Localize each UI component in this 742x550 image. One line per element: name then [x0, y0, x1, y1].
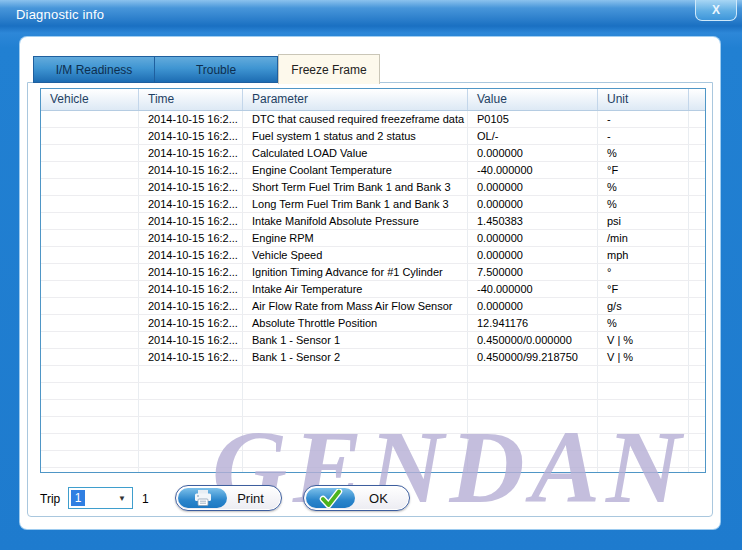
table-row[interactable]: 2014-10-15 16:2...Ignition Timing Advanc… — [41, 264, 705, 281]
cell: Calculated LOAD Value — [243, 145, 468, 161]
table-row[interactable]: 2014-10-15 16:2...Bank 1 - Sensor 10.450… — [41, 332, 705, 349]
cell — [468, 417, 598, 433]
cell: Ignition Timing Advance for #1 Cylinder — [243, 264, 468, 280]
close-button[interactable]: X — [695, 0, 737, 21]
cell — [689, 451, 705, 467]
cell — [689, 281, 705, 297]
column-header-parameter[interactable]: Parameter — [243, 89, 468, 110]
cell — [41, 434, 139, 450]
table-row-empty — [41, 434, 705, 451]
cell — [689, 366, 705, 382]
table-row[interactable]: 2014-10-15 16:2...Short Term Fuel Trim B… — [41, 179, 705, 196]
cell — [41, 145, 139, 161]
table-row[interactable]: 2014-10-15 16:2...Long Term Fuel Trim Ba… — [41, 196, 705, 213]
table-row[interactable]: 2014-10-15 16:2...Calculated LOAD Value0… — [41, 145, 705, 162]
tab-i-m-readiness[interactable]: I/M Readiness — [33, 56, 155, 83]
cell: 2014-10-15 16:2... — [139, 281, 243, 297]
cell — [689, 417, 705, 433]
cell: /min — [598, 230, 689, 246]
cell: 2014-10-15 16:2... — [139, 264, 243, 280]
ok-button[interactable]: OK — [303, 485, 410, 511]
table-row[interactable]: 2014-10-15 16:2...Fuel system 1 status a… — [41, 128, 705, 145]
cell: -40.000000 — [468, 281, 598, 297]
cell — [468, 366, 598, 382]
print-button-label: Print — [228, 486, 273, 510]
cell — [41, 213, 139, 229]
cell — [139, 366, 243, 382]
cell: % — [598, 179, 689, 195]
tab-trouble[interactable]: Trouble — [155, 56, 278, 83]
table-row-empty — [41, 468, 705, 473]
cell — [41, 315, 139, 331]
cell: 2014-10-15 16:2... — [139, 247, 243, 263]
cell: Short Term Fuel Trim Bank 1 and Bank 3 — [243, 179, 468, 195]
cell — [139, 417, 243, 433]
cell: Air Flow Rate from Mass Air Flow Sensor — [243, 298, 468, 314]
cell: 0.000000 — [468, 145, 598, 161]
table-row[interactable]: 2014-10-15 16:2...Intake Air Temperature… — [41, 281, 705, 298]
cell: P0105 — [468, 111, 598, 127]
cell — [41, 162, 139, 178]
cell: 0.450000/0.000000 — [468, 332, 598, 348]
table-row[interactable]: 2014-10-15 16:2...Engine RPM0.000000/min — [41, 230, 705, 247]
cell — [41, 247, 139, 263]
cell: 2014-10-15 16:2... — [139, 179, 243, 195]
cell: mph — [598, 247, 689, 263]
cell — [243, 383, 468, 399]
table-row[interactable]: 2014-10-15 16:2...Engine Coolant Tempera… — [41, 162, 705, 179]
table-row[interactable]: 2014-10-15 16:2...Intake Manifold Absolu… — [41, 213, 705, 230]
print-button[interactable]: Print — [175, 485, 282, 511]
cell: % — [598, 145, 689, 161]
tab-freeze-frame[interactable]: Freeze Frame — [278, 54, 380, 84]
cell: 1.450383 — [468, 213, 598, 229]
table-row-empty — [41, 383, 705, 400]
cell — [243, 434, 468, 450]
cell — [689, 434, 705, 450]
table-row[interactable]: 2014-10-15 16:2...Vehicle Speed0.000000m… — [41, 247, 705, 264]
column-header-spare — [689, 89, 705, 110]
cell: Fuel system 1 status and 2 status — [243, 128, 468, 144]
cell: Engine RPM — [243, 230, 468, 246]
cell — [243, 451, 468, 467]
cell — [468, 468, 598, 473]
check-icon — [306, 488, 355, 508]
column-header-vehicle[interactable]: Vehicle — [41, 89, 139, 110]
column-header-unit[interactable]: Unit — [598, 89, 689, 110]
table-row[interactable]: 2014-10-15 16:2...Air Flow Rate from Mas… — [41, 298, 705, 315]
cell — [41, 230, 139, 246]
cell: % — [598, 196, 689, 212]
cell: Vehicle Speed — [243, 247, 468, 263]
cell — [468, 400, 598, 416]
cell — [41, 332, 139, 348]
table-row[interactable]: 2014-10-15 16:2...DTC that caused requir… — [41, 111, 705, 128]
cell — [598, 451, 689, 467]
column-header-value[interactable]: Value — [468, 89, 598, 110]
trip-select[interactable]: 1 ▼ — [68, 487, 133, 509]
table-row-empty — [41, 400, 705, 417]
cell — [689, 400, 705, 416]
cell — [41, 196, 139, 212]
cell: 2014-10-15 16:2... — [139, 145, 243, 161]
chevron-down-icon: ▼ — [118, 494, 126, 503]
tab-strip: I/M ReadinessTroubleFreeze Frame — [33, 53, 380, 83]
table-row-empty — [41, 451, 705, 468]
table-row[interactable]: 2014-10-15 16:2...Absolute Throttle Posi… — [41, 315, 705, 332]
close-icon: X — [712, 4, 720, 16]
cell — [41, 366, 139, 382]
trip-label: Trip — [40, 492, 60, 506]
cell: % — [598, 315, 689, 331]
table-row[interactable]: 2014-10-15 16:2...Bank 1 - Sensor 20.450… — [41, 349, 705, 366]
cell — [598, 366, 689, 382]
table-body[interactable]: 2014-10-15 16:2...DTC that caused requir… — [41, 111, 705, 473]
cell — [41, 417, 139, 433]
cell: °F — [598, 281, 689, 297]
column-header-time[interactable]: Time — [139, 89, 243, 110]
cell — [41, 451, 139, 467]
cell: Bank 1 - Sensor 2 — [243, 349, 468, 365]
cell: 0.000000 — [468, 230, 598, 246]
cell: V | % — [598, 349, 689, 365]
cell: 0.000000 — [468, 247, 598, 263]
cell: - — [598, 128, 689, 144]
cell: 2014-10-15 16:2... — [139, 162, 243, 178]
cell — [689, 298, 705, 314]
